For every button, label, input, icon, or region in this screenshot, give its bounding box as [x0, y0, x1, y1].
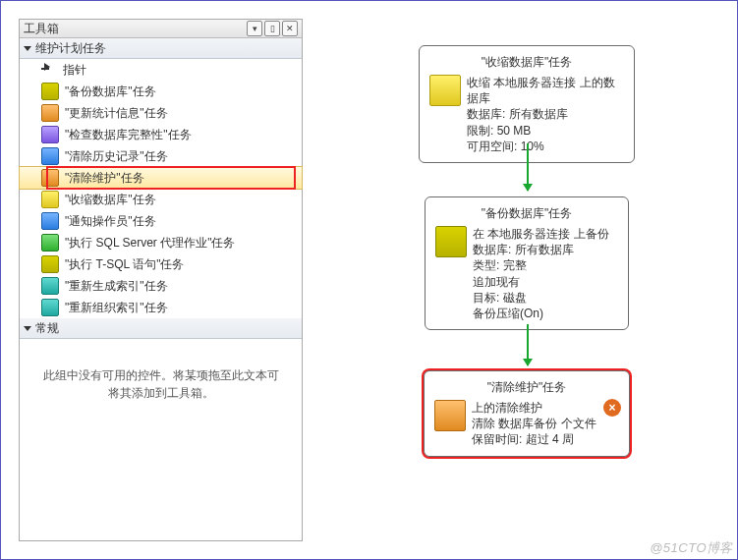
close-button[interactable]: ✕ [282, 21, 298, 36]
toolbox-item[interactable]: "通知操作员"任务 [20, 210, 302, 232]
task-detail: 在 本地服务器连接 上备份 数据库: 所有数据库 类型: 完整 追加现有 目标:… [473, 226, 609, 321]
item-label: "重新组织索引"任务 [65, 300, 168, 316]
connector-arrow [527, 324, 529, 365]
toolbox-item[interactable]: "清除维护"任务 [20, 167, 302, 189]
backup-db-icon [435, 226, 467, 257]
pin-button[interactable]: ▯ [264, 21, 280, 36]
item-label: "重新生成索引"任务 [65, 278, 168, 295]
section-general[interactable]: 常规 [20, 318, 302, 339]
toolbox-item[interactable]: "收缩数据库"任务 [20, 189, 302, 210]
watermark: @51CTO博客 [650, 539, 733, 557]
task-icon [41, 147, 59, 165]
item-label: "通知操作员"任务 [65, 213, 156, 230]
section-label: 维护计划任务 [35, 40, 106, 57]
item-label: 指针 [63, 62, 86, 79]
connector-arrow [527, 143, 529, 191]
task-icon [41, 104, 59, 122]
item-label: "执行 SQL Server 代理作业"任务 [65, 235, 235, 252]
item-label: "更新统计信息"任务 [65, 105, 168, 122]
toolbox-item[interactable]: "重新组织索引"任务 [20, 297, 302, 318]
designer-surface[interactable]: "收缩数据库"任务 收缩 本地服务器连接 上的数据库 数据库: 所有数据库 限制… [325, 16, 722, 544]
toolbox-item[interactable]: "执行 SQL Server 代理作业"任务 [20, 232, 302, 253]
item-label: "收缩数据库"任务 [65, 192, 156, 208]
toolbox-item[interactable]: "备份数据库"任务 [20, 81, 302, 102]
task-icon [41, 83, 59, 100]
cleanup-icon [434, 400, 466, 431]
shrink-db-icon [429, 75, 461, 106]
toolbox-item[interactable]: "清除历史记录"任务 [20, 145, 302, 167]
task-icon [41, 277, 59, 295]
item-label: "检查数据库完整性"任务 [65, 127, 192, 143]
task-icon [41, 299, 59, 316]
toolbox-item[interactable]: "检查数据库完整性"任务 [20, 124, 302, 145]
section-plan-tasks[interactable]: 维护计划任务 [20, 38, 302, 59]
task-icon [41, 126, 59, 143]
task-icon [41, 169, 59, 187]
task-detail: 收缩 本地服务器连接 上的数据库 数据库: 所有数据库 限制: 50 MB 可用… [467, 75, 624, 154]
toolbox-item[interactable]: "更新统计信息"任务 [20, 102, 302, 124]
pointer-item[interactable]: 指针 [20, 59, 302, 81]
task-icon [41, 191, 59, 208]
pointer-icon [41, 62, 57, 78]
section-label: 常规 [35, 320, 59, 337]
item-label: "备份数据库"任务 [65, 84, 156, 100]
error-badge-icon[interactable]: × [603, 399, 621, 417]
task-icon [41, 234, 59, 252]
toolbox-header: 工具箱 ▾ ▯ ✕ [20, 20, 302, 38]
task-detail: 上的清除维护 清除 数据库备份 个文件 保留时间: 超过 4 周 [472, 400, 596, 448]
item-label: "清除历史记录"任务 [65, 148, 168, 165]
item-label: "清除维护"任务 [65, 170, 144, 187]
task-icon [41, 255, 59, 273]
toolbox-item[interactable]: "执行 T-SQL 语句"任务 [20, 253, 302, 275]
task-title: "备份数据库"任务 [435, 203, 618, 226]
toolbox-item[interactable]: "重新生成索引"任务 [20, 275, 302, 297]
collapse-icon [24, 46, 31, 51]
task-backup-db[interactable]: "备份数据库"任务 在 本地服务器连接 上备份 数据库: 所有数据库 类型: 完… [425, 196, 629, 330]
dropdown-button[interactable]: ▾ [247, 21, 262, 36]
toolbox-panel: 工具箱 ▾ ▯ ✕ 维护计划任务 指针 "备份数据库"任务"更新统计信息"任务"… [19, 19, 303, 541]
task-title: "清除维护"任务 [434, 377, 619, 400]
toolbox-title: 工具箱 [24, 21, 245, 37]
task-maintenance-cleanup[interactable]: "清除维护"任务 上的清除维护 清除 数据库备份 个文件 保留时间: 超过 4 … [424, 370, 630, 457]
item-label: "执行 T-SQL 语句"任务 [65, 256, 184, 273]
task-icon [41, 212, 59, 230]
collapse-icon [24, 326, 31, 331]
task-title: "收缩数据库"任务 [429, 52, 624, 75]
general-empty-text: 此组中没有可用的控件。将某项拖至此文本可将其添加到工具箱。 [20, 339, 302, 429]
